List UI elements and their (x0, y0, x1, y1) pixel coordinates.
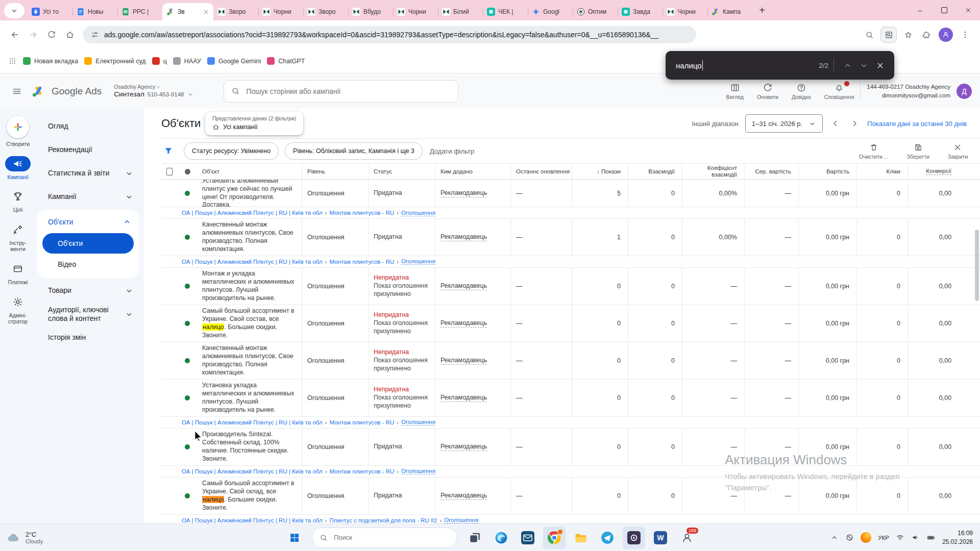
firefox-icon[interactable] (861, 532, 871, 543)
extensions-button[interactable] (918, 26, 935, 43)
home-button[interactable] (61, 26, 79, 43)
browser-tab[interactable]: PPC | (117, 3, 162, 20)
window-minimize-button[interactable]: – (908, 0, 932, 20)
browser-tab[interactable]: Білий (438, 3, 483, 20)
col-cost[interactable]: Вартість (798, 164, 856, 179)
browser-tab[interactable]: Googl (528, 3, 573, 20)
browser-tab[interactable]: Усі то (28, 3, 72, 20)
taskbar-app-explorer[interactable] (570, 527, 592, 549)
zoom-icon[interactable] (861, 26, 878, 43)
blocked-icon[interactable] (845, 533, 854, 542)
find-in-page-bar[interactable]: налицо 2/2 (666, 51, 894, 80)
ads-menu-button[interactable] (8, 83, 26, 100)
rail-item-tools[interactable]: Інстру- менти (5, 222, 31, 253)
header-action-columns[interactable]: Вигляд (726, 83, 744, 100)
nav-item[interactable]: Рекомендації (36, 138, 144, 162)
added-by-link[interactable]: Рекламодавець (440, 319, 487, 328)
added-by-link[interactable]: Рекламодавець (440, 189, 487, 197)
breadcrumb-campaign-link[interactable]: ОА | Пошук | Алюмінієвий Плінтус | RU | … (182, 259, 323, 265)
breadcrumb-leaf-link[interactable]: Оголошення (444, 517, 478, 523)
bookmark-star-button[interactable] (899, 26, 917, 43)
window-close-button[interactable] (956, 0, 980, 20)
added-by-link[interactable]: Рекламодавець (440, 443, 487, 451)
wifi-icon[interactable] (896, 533, 904, 542)
table-row[interactable]: Самый большой ассортимент в Украине. Сво… (161, 305, 980, 342)
breadcrumb-leaf-link[interactable]: Оголошення (401, 210, 435, 216)
nav-subitem-selected[interactable]: Об'єкти (42, 233, 134, 254)
breadcrumb-leaf-link[interactable]: Оголошення (401, 258, 435, 265)
filter-chip[interactable]: Статус ресурсу: Увімкнено (184, 142, 279, 160)
nav-item[interactable]: Кампанії (36, 185, 144, 209)
hidden-icons-chevron[interactable] (830, 534, 839, 542)
nav-item[interactable]: Товари (36, 279, 144, 303)
nav-group-header[interactable]: Об'єкти (37, 211, 139, 233)
col-updated[interactable]: Останнє оновлення (510, 164, 572, 179)
battery-icon[interactable] (926, 533, 936, 542)
breadcrumb-adgroup-link[interactable]: Монтаж плинтусов - RU (329, 468, 394, 474)
tab-search-button[interactable] (4, 3, 24, 18)
col-added[interactable]: Ким додано (435, 164, 510, 179)
table-action-close[interactable]: Закрити (948, 143, 968, 160)
browser-menu-button[interactable] (957, 26, 974, 43)
nav-item[interactable]: Статистика й звіти (36, 162, 144, 185)
bookmark-item[interactable]: Google Gemini (207, 57, 261, 65)
bookmark-item[interactable]: Електронний суд (84, 57, 145, 65)
rail-item-megaphone[interactable]: Кампанії (5, 156, 31, 181)
add-filter-button[interactable]: Додати фільтр (430, 147, 474, 155)
taskbar-app-task-view[interactable] (463, 527, 486, 549)
added-by-link[interactable]: Рекламодавець (440, 233, 487, 241)
bookmark-item[interactable]: ц (152, 57, 167, 65)
breadcrumb-leaf-link[interactable]: Оголошення (401, 419, 435, 425)
taskbar-app-telegram[interactable] (596, 527, 619, 549)
language-indicator[interactable]: УКР (878, 535, 889, 541)
window-maximize-button[interactable] (932, 0, 956, 20)
browser-tab[interactable]: ЧЕК | (483, 3, 528, 20)
previous-period-button[interactable] (829, 119, 842, 128)
taskbar-app-mail[interactable] (517, 527, 539, 549)
header-action-bell[interactable]: Сповіщення (824, 83, 854, 100)
col-interactions[interactable]: Взаємодії (628, 164, 682, 179)
table-action-save[interactable]: Зберегти (907, 143, 929, 160)
bookmark-item[interactable]: НААУ (173, 57, 201, 65)
tab-close-icon[interactable] (203, 9, 209, 15)
new-tab-button[interactable]: + (754, 3, 770, 18)
apps-grid-icon[interactable] (8, 57, 17, 65)
vertical-scrollbar[interactable] (975, 230, 979, 301)
browser-tab[interactable]: Вбудо (348, 3, 393, 20)
lens-search-button[interactable] (880, 27, 897, 43)
browser-tab[interactable]: Завда (618, 3, 663, 20)
table-row[interactable]: Установка укладка металлических и алюмин… (161, 380, 980, 417)
taskbar-clock[interactable]: 16:09 25.02.2026 (942, 529, 973, 545)
breadcrumb-adgroup-link[interactable]: Монтаж плинтусов - RU (329, 259, 394, 265)
table-action-trash[interactable]: Очистити ... (859, 143, 889, 160)
find-previous-button[interactable] (839, 57, 855, 73)
breadcrumb-campaign-link[interactable]: ОА | Пошук | Алюмінієвий Плінтус | RU | … (182, 419, 323, 425)
account-switcher[interactable]: Osadchiy Agency› Синтезал 510-453-9148 (114, 84, 194, 99)
taskbar-app-edge[interactable] (490, 527, 512, 549)
rail-item-gear[interactable]: Адміні- стратор (5, 294, 31, 325)
taskbar-app-word[interactable]: W (649, 527, 672, 549)
volume-icon[interactable] (911, 533, 920, 542)
browser-profile-avatar[interactable] (939, 28, 953, 42)
table-row[interactable]: Качественный монтаж алюминиевых плинтусо… (161, 342, 980, 380)
table-row[interactable]: Монтаж и укладка металлических и алюмини… (161, 268, 980, 305)
breadcrumb-adgroup-link[interactable]: Монтаж плинтусов - RU (329, 210, 394, 216)
nav-item[interactable]: Історія змін (36, 326, 144, 349)
rail-item-plusG[interactable]: Створити (6, 116, 30, 147)
user-avatar[interactable]: Д (957, 84, 972, 99)
browser-tab[interactable]: Оптим (573, 3, 618, 20)
taskbar-app-chrome[interactable] (543, 527, 566, 549)
address-bar[interactable]: ads.google.com/aw/assetreport/associatio… (83, 26, 696, 43)
col-conversions[interactable]: Конверсії (908, 164, 959, 179)
forward-button[interactable] (24, 26, 42, 43)
browser-tab[interactable]: Чорни (663, 3, 707, 20)
header-action-help[interactable]: Довідка (792, 83, 811, 100)
start-button[interactable] (284, 528, 305, 548)
bookmark-item[interactable]: ChatGPT (267, 57, 305, 65)
ads-search-box[interactable] (224, 80, 458, 103)
browser-tab[interactable]: Зворо (303, 3, 348, 20)
taskbar-search-input[interactable] (333, 533, 450, 542)
last-30-days-link[interactable]: Показати дані за останні 30 днів (867, 120, 967, 128)
col-status[interactable]: Статус (368, 164, 435, 179)
taskbar-app-people[interactable]: 189 (676, 527, 698, 549)
